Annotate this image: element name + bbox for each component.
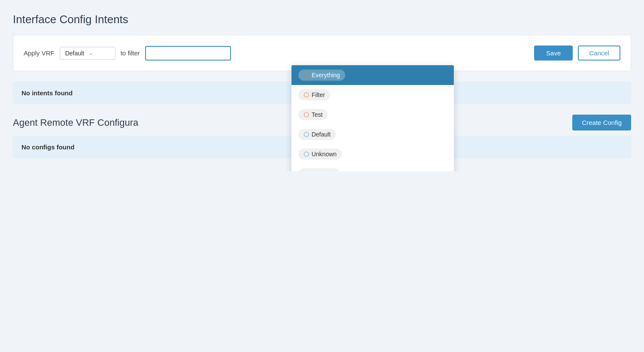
vrf-select[interactable]: Default ⌵: [60, 47, 115, 60]
scope-badge-filter: ⬡ Filter: [298, 89, 330, 100]
agent-section-title: Agent Remote VRF Configura: [13, 117, 138, 128]
cube-icon-filter: ⬡: [304, 91, 309, 99]
create-config-button[interactable]: Create Config: [572, 115, 631, 130]
chevron-down-icon: ⌵: [89, 50, 110, 56]
scope-badge-test: ⬡ Test: [298, 109, 328, 120]
dropdown-item-test[interactable]: ⬡ Test: [292, 105, 454, 124]
scope-badge-tetration: ⬡ Tetration: [298, 168, 340, 172]
cube-icon-tetration: ⬡: [304, 170, 309, 172]
to-filter-label: to filter: [121, 49, 140, 57]
scope-label-filter: Filter: [312, 91, 325, 98]
page-title: Interface Config Intents: [13, 13, 631, 26]
scope-badge-unknown: ⬡ Unknown: [298, 149, 342, 160]
filter-row: Apply VRF Default ⌵ to filter ⬡ Everythi…: [24, 46, 620, 61]
intents-card: Apply VRF Default ⌵ to filter ⬡ Everythi…: [13, 35, 631, 71]
dropdown-item-filter[interactable]: ⬡ Filter: [292, 85, 454, 105]
filter-input[interactable]: [145, 46, 231, 61]
dropdown-item-everything[interactable]: ⬡ Everything: [292, 65, 454, 85]
cube-icon-everything: ⬡: [304, 71, 309, 79]
scope-label-test: Test: [312, 111, 323, 118]
dropdown-item-default[interactable]: ⬡ Default: [292, 124, 454, 144]
cube-icon-test: ⬡: [304, 111, 309, 118]
scope-dropdown: ⬡ Everything ⬡ Filter ⬡ Test: [291, 65, 454, 172]
save-button[interactable]: Save: [534, 46, 573, 61]
scope-label-tetration: Tetration: [312, 170, 335, 172]
apply-vrf-label: Apply VRF: [24, 49, 55, 57]
dropdown-item-unknown[interactable]: ⬡ Unknown: [292, 144, 454, 164]
scope-badge-default: ⬡ Default: [298, 129, 336, 140]
vrf-value: Default: [65, 50, 86, 57]
cancel-button[interactable]: Cancel: [578, 46, 620, 61]
cube-icon-unknown: ⬡: [304, 150, 309, 158]
scope-badge-everything: ⬡ Everything: [298, 70, 345, 81]
dropdown-item-tetration[interactable]: ⬡ Tetration: [292, 164, 454, 172]
scope-label-everything: Everything: [312, 72, 340, 79]
scope-label-unknown: Unknown: [312, 151, 337, 158]
scope-label-default: Default: [312, 131, 331, 138]
cube-icon-default: ⬡: [304, 130, 309, 138]
